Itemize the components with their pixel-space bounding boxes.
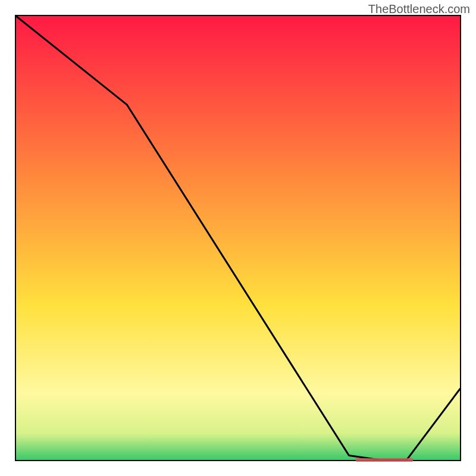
plot-area [15, 15, 461, 461]
optimal-range-marker [356, 458, 414, 462]
chart-container: TheBottleneck.com [0, 0, 476, 476]
gradient-background [16, 16, 460, 460]
watermark-text: TheBottleneck.com [368, 2, 470, 16]
svg-rect-0 [16, 16, 460, 460]
